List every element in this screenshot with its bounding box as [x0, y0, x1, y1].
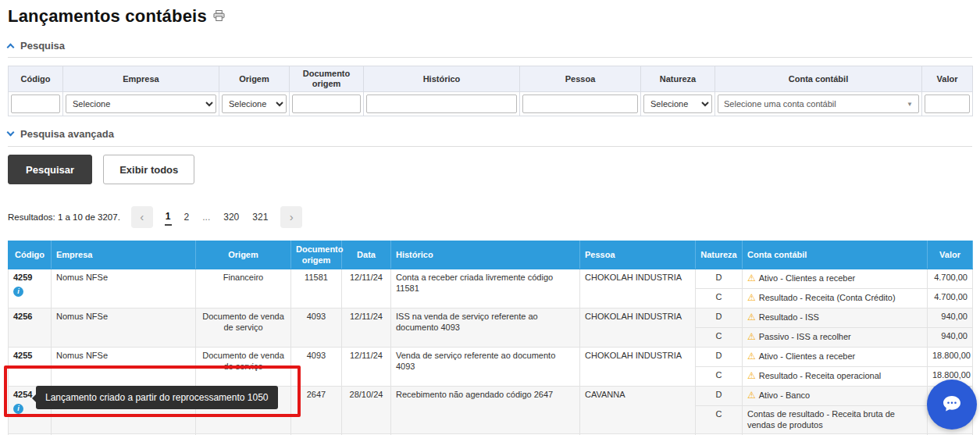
filter-header-conta-contabil: Conta contábil [715, 66, 922, 92]
col-valor: Valor [928, 241, 973, 269]
cell-codigo: 4255 [9, 347, 52, 386]
codigo-filter-input[interactable] [11, 94, 60, 113]
warning-icon: ⚠ [747, 312, 756, 323]
filter-header-valor: Valor [922, 66, 973, 92]
cell-natureza: D [696, 269, 743, 288]
cell-empresa: Nomus NFSe [52, 308, 196, 347]
advanced-search-label: Pesquisa avançada [20, 128, 114, 140]
cell-natureza: D [696, 347, 743, 366]
col-origem: Origem [196, 241, 291, 269]
pagination: ‹ 1 2 ... 320 321 › [131, 206, 302, 228]
results-bar: Resultados: 1 a 10 de 3207. ‹ 1 2 ... 32… [8, 206, 972, 228]
cell-data: 12/11/24 [342, 347, 391, 386]
pessoa-filter-input[interactable] [522, 94, 638, 113]
warning-icon: ⚠ [747, 370, 756, 381]
cell-valor: 18.800,00 [928, 347, 973, 366]
next-page-button[interactable]: › [280, 206, 302, 228]
conta-contabil-placeholder: Selecione uma conta contábil [724, 99, 836, 109]
conta-contabil-filter-select[interactable]: Selecione uma conta contábil ▼ [718, 94, 919, 113]
chevron-down-icon [7, 129, 15, 137]
warning-icon: ⚠ [747, 273, 756, 283]
cell-origem: Documento de venda de serviço [196, 308, 291, 347]
cell-empresa: Nomus NFSe [52, 269, 196, 308]
cell-documento-origem: 11581 [291, 269, 342, 308]
cell-documento-origem: 2647 [291, 386, 342, 434]
page-number-320[interactable]: 320 [223, 209, 240, 225]
print-button[interactable] [213, 10, 225, 23]
col-conta-contabil: Conta contábil [743, 241, 928, 269]
page-number-2[interactable]: 2 [184, 209, 191, 225]
cell-conta-contabil: ⚠Resultado - Receita operacional [743, 366, 928, 386]
documento-origem-filter-input[interactable] [292, 94, 361, 113]
cell-natureza: D [696, 386, 743, 405]
info-icon[interactable]: i [13, 404, 23, 414]
page-header: Lançamentos contábeis [8, 6, 972, 27]
cell-documento-origem: 4093 [291, 347, 342, 386]
filter-header-pessoa: Pessoa [520, 66, 641, 92]
tooltip: Lançamento criado a partir do reprocessa… [36, 386, 278, 409]
page-title: Lançamentos contábeis [8, 6, 207, 27]
printer-icon [213, 10, 225, 23]
cell-conta-contabil: ⚠Ativo - Clientes a receber [743, 269, 928, 288]
col-historico: Histórico [391, 241, 580, 269]
table-row: 4256 Nomus NFSe Documento de venda de se… [9, 308, 973, 327]
filter-header-origem: Origem [219, 66, 290, 92]
table-row: 4259 i Nomus NFSe Financeiro 11581 12/11… [9, 269, 973, 288]
cell-conta-contabil: ⚠Resultado - ISS [743, 308, 928, 327]
cell-conta-contabil: Contas de resultado - Receita bruta de v… [743, 405, 928, 434]
show-all-button[interactable]: Exibir todos [103, 155, 194, 184]
cell-natureza: C [696, 288, 743, 308]
valor-filter-input[interactable] [925, 94, 970, 113]
cell-conta-contabil: ⚠Resultado - Receita (Conta Crédito) [743, 288, 928, 308]
cell-natureza: D [696, 308, 743, 327]
natureza-filter-select[interactable]: Selecione [643, 94, 712, 113]
historico-filter-input[interactable] [366, 94, 517, 113]
filter-header-row: Código Empresa Origem Documento origem H… [9, 66, 973, 92]
filter-header-empresa: Empresa [63, 66, 219, 92]
tooltip-text: Lançamento criado a partir do reprocessa… [45, 392, 269, 403]
filter-table: Código Empresa Origem Documento origem H… [8, 66, 973, 116]
page: Lançamentos contábeis Pesquisa Código Em… [0, 0, 980, 435]
cell-pessoa: CAVANNA [580, 386, 696, 434]
cell-natureza: C [696, 327, 743, 347]
table-row: 4255 Nomus NFSe Documento de venda de se… [9, 347, 973, 366]
cell-historico: ISS na venda de serviço referente ao doc… [391, 308, 580, 347]
cell-data: 28/10/24 [342, 386, 391, 434]
chevron-down-icon: ▼ [907, 101, 913, 108]
cell-natureza: C [696, 405, 743, 434]
cell-data: 12/11/24 [342, 269, 391, 308]
empresa-filter-select[interactable]: Selecione [66, 94, 216, 113]
cell-valor: 4.700,00 [928, 288, 973, 308]
page-number-1[interactable]: 1 [165, 209, 172, 226]
filter-header-natureza: Natureza [641, 66, 715, 92]
filter-header-historico: Histórico [364, 66, 520, 92]
filter-input-row: Selecione Selecione Selecione Selecione … [9, 92, 973, 116]
chat-button[interactable] [927, 380, 977, 430]
filter-header-documento-origem: Documento origem [290, 66, 364, 92]
cell-conta-contabil: ⚠Ativo - Clientes a receber [743, 347, 928, 366]
info-icon[interactable]: i [13, 287, 23, 297]
chevron-up-icon [7, 43, 15, 51]
warning-icon: ⚠ [747, 331, 756, 342]
cell-pessoa: CHOKOLAH INDUSTRIA [580, 347, 696, 386]
action-buttons: Pesquisar Exibir todos [8, 155, 972, 184]
search-button[interactable]: Pesquisar [8, 155, 92, 184]
prev-page-button[interactable]: ‹ [131, 206, 153, 228]
cell-data: 12/11/24 [342, 308, 391, 347]
cell-pessoa: CHOKOLAH INDUSTRIA [580, 308, 696, 347]
cell-conta-contabil: ⚠Ativo - Banco [743, 386, 928, 405]
origem-filter-select[interactable]: Selecione [222, 94, 287, 113]
cell-codigo: 4259 i [9, 269, 52, 308]
page-number-321[interactable]: 321 [251, 209, 269, 225]
search-section-toggle[interactable]: Pesquisa [8, 39, 972, 52]
cell-documento-origem: 4093 [291, 308, 342, 347]
col-data: Data [342, 241, 391, 269]
search-section-label: Pesquisa [20, 40, 65, 52]
page-ellipsis: ... [201, 209, 211, 225]
advanced-search-toggle[interactable]: Pesquisa avançada [8, 127, 972, 140]
chat-icon [939, 391, 964, 419]
warning-icon: ⚠ [747, 390, 756, 401]
col-codigo: Código [9, 241, 52, 269]
cell-empresa: Nomus NFSe [52, 347, 196, 386]
cell-origem: Financeiro [196, 269, 291, 308]
